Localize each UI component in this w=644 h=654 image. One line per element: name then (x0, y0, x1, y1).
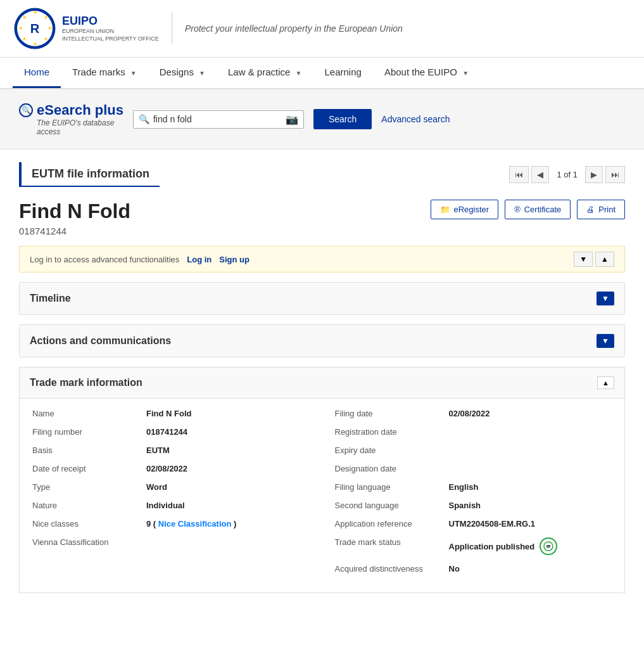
value-filing-date: 02/08/2022 (449, 409, 612, 418)
nav-item-learning[interactable]: Learning (313, 58, 372, 88)
camera-icon[interactable]: 📷 (286, 113, 298, 125)
chevron-down-icon: ▼ (130, 70, 137, 77)
label-designation-date: Designation date (335, 464, 449, 473)
nav-item-home[interactable]: Home (13, 58, 61, 88)
trademark-info-header: Trade mark information ▲ (20, 368, 624, 399)
svg-text:★: ★ (22, 15, 27, 20)
timeline-title: Timeline (30, 293, 71, 304)
nav-link-law-practice[interactable]: Law & practice ▼ (217, 58, 313, 86)
info-row-filing-number: Filing number 018741244 (32, 427, 310, 437)
euipo-text: EUIPO EUROPEAN UNIONINTELLECTUAL PROPERT… (62, 15, 159, 42)
search-button[interactable]: Search (313, 109, 372, 129)
svg-text:★: ★ (18, 25, 23, 31)
info-left-column: Name Find N Fold Filing number 018741244… (20, 399, 322, 593)
search-input-wrap[interactable]: 🔍 📷 (133, 110, 304, 129)
info-row-app-reference: Application reference UTM2204508-EM.RG.1 (335, 519, 612, 529)
value-second-language: Spanish (449, 501, 612, 510)
nice-classification-link[interactable]: Nice Classification (158, 519, 232, 529)
chevron-down-icon: ▼ (199, 70, 205, 77)
file-info-header: EUTM file information ⏮ ◀ 1 of 1 ▶ ⏭ (19, 162, 625, 187)
svg-text:★: ★ (47, 25, 52, 31)
nav-item-designs[interactable]: Designs ▼ (148, 58, 217, 88)
nav-item-about[interactable]: About the EUIPO ▼ (373, 58, 480, 88)
nav-link-about[interactable]: About the EUIPO ▼ (373, 58, 480, 86)
esearch-brand: 🔍 eSearch plus The EUIPO's database acce… (19, 102, 123, 136)
label-expiry-date: Expiry date (335, 446, 449, 455)
nav-link-home[interactable]: Home (13, 58, 61, 88)
label-app-reference: Application reference (335, 519, 449, 529)
timeline-section: Timeline ▼ (19, 282, 625, 315)
value-app-reference: UTM2204508-EM.RG.1 (449, 519, 612, 529)
search-magnifier-icon: 🔍 (139, 114, 149, 124)
signup-link[interactable]: Sign up (219, 255, 249, 264)
header-divider (172, 13, 172, 44)
info-right-column: Filing date 02/08/2022 Registration date… (322, 399, 625, 593)
info-row-type: Type Word (32, 482, 310, 492)
nav-item-law-practice[interactable]: Law & practice ▼ (217, 58, 313, 88)
top-header: ★ ★ ★ ★ ★ ★ ★ ★ R EUIPO EUROPEAN UNIONIN… (0, 0, 644, 58)
nav-link-trademarks[interactable]: Trade marks ▼ (61, 58, 148, 86)
svg-text:★: ★ (22, 36, 27, 42)
info-row-second-language: Second language Spanish (335, 501, 612, 510)
svg-text:★: ★ (44, 15, 48, 20)
search-input[interactable] (153, 114, 286, 124)
label-second-language: Second language (335, 501, 449, 510)
value-basis: EUTM (146, 446, 310, 455)
status-text: Application published (449, 542, 535, 551)
info-row-nice-classes: Nice classes 9 ( Nice Classification ) (32, 519, 310, 529)
label-acquired: Acquired distinctiveness (335, 564, 449, 574)
trademark-info-title: Trade mark information (30, 377, 142, 388)
pagination-first[interactable]: ⏮ (509, 166, 529, 183)
label-filing-date: Filing date (335, 409, 449, 418)
login-bar: Log in to access advanced functionalitie… (19, 246, 625, 272)
pagination-next[interactable]: ▶ (585, 166, 603, 183)
timeline-toggle[interactable]: ▼ (597, 292, 614, 305)
timeline-header[interactable]: Timeline ▼ (20, 283, 624, 314)
label-date-receipt: Date of receipt (32, 464, 146, 473)
info-row-expiry-date: Expiry date (335, 446, 612, 455)
file-info-title: EUTM file information (19, 162, 160, 187)
chevron-down-icon: ▼ (296, 70, 302, 77)
login-link[interactable]: Log in (187, 255, 212, 264)
pagination-last[interactable]: ⏭ (605, 166, 625, 183)
info-row-vienna: Vienna Classification (32, 537, 310, 547)
info-row-filing-language: Filing language English (335, 482, 612, 492)
trademark-info-grid: Name Find N Fold Filing number 018741244… (20, 399, 624, 593)
label-type: Type (32, 482, 146, 492)
trademark-info-toggle[interactable]: ▲ (597, 376, 614, 389)
svg-text:★: ★ (33, 41, 37, 47)
search-circle-icon: 🔍 (19, 103, 33, 117)
actions-toggle[interactable]: ▼ (597, 334, 614, 348)
info-row-filing-date: Filing date 02/08/2022 (335, 409, 612, 418)
label-nice-classes: Nice classes (32, 519, 146, 529)
chevron-down-icon: ▼ (462, 70, 469, 77)
trademark-title-block: Find N Fold 018741244 (19, 200, 130, 236)
login-message: Log in to access advanced functionalitie… (30, 255, 179, 264)
label-vienna: Vienna Classification (32, 537, 146, 547)
actions-title: Actions and communications (30, 335, 171, 347)
print-button[interactable]: 🖨 Print (577, 200, 625, 219)
application-published: Application published (449, 537, 612, 555)
nav-item-trademarks[interactable]: Trade marks ▼ (61, 58, 148, 88)
label-filing-number: Filing number (32, 427, 146, 437)
trademark-info-section: Trade mark information ▲ Name Find N Fol… (19, 367, 625, 593)
actions-section: Actions and communications ▼ (19, 324, 625, 357)
eregister-button[interactable]: 📁 eRegister (431, 200, 499, 219)
label-filing-language: Filing language (335, 482, 449, 492)
collapse-buttons: ▼ ▲ (574, 252, 614, 267)
nav-link-learning[interactable]: Learning (313, 58, 372, 86)
collapse-all-button[interactable]: ▼ (574, 252, 593, 267)
info-row-nature: Nature Individual (32, 501, 310, 510)
info-row-trademark-status: Trade mark status Application published (335, 537, 612, 555)
expand-all-button[interactable]: ▲ (595, 252, 614, 267)
label-trademark-status: Trade mark status (335, 537, 449, 547)
info-row-acquired: Acquired distinctiveness No (335, 564, 612, 574)
certificate-button[interactable]: ® Certificate (505, 200, 571, 219)
nav-link-designs[interactable]: Designs ▼ (148, 58, 217, 86)
folder-icon: 📁 (440, 205, 450, 214)
actions-header[interactable]: Actions and communications ▼ (20, 325, 624, 357)
advanced-search-link[interactable]: Advanced search (381, 114, 450, 124)
pagination-prev[interactable]: ◀ (531, 166, 549, 183)
info-row-basis: Basis EUTM (32, 446, 310, 455)
info-row-date-receipt: Date of receipt 02/08/2022 (32, 464, 310, 473)
